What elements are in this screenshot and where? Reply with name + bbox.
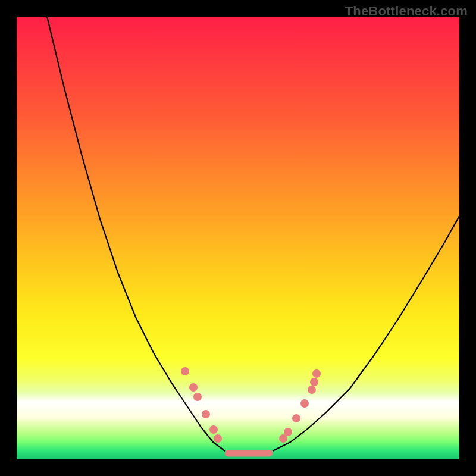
data-point-marker [300,399,309,408]
data-point-marker [193,393,202,401]
bottleneck-curve-right [273,216,459,451]
data-point-marker [209,425,218,434]
bottleneck-curve-left [47,17,225,451]
data-point-marker [308,386,316,394]
data-point-marker [181,367,189,375]
data-point-marker [284,428,292,436]
data-point-marker [202,410,210,418]
plot-area [17,17,459,459]
data-markers [181,367,321,443]
optimal-zone-band [225,450,273,457]
data-point-marker [312,369,321,378]
curve-layer [17,17,459,459]
data-point-marker [189,383,198,392]
watermark-text: TheBottleneck.com [345,4,468,19]
data-point-marker [310,378,318,386]
chart-frame: TheBottleneck.com [0,0,476,476]
data-point-marker [214,434,222,443]
data-point-marker [292,414,300,422]
